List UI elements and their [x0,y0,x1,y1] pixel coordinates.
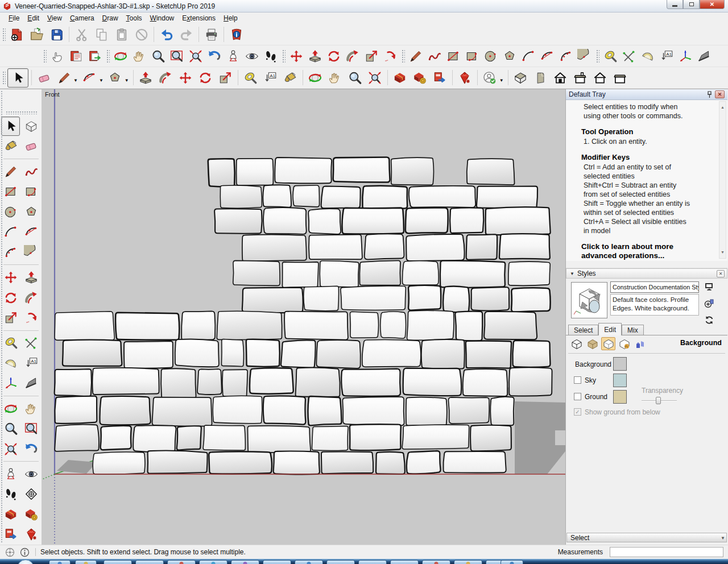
view-back-3d-button[interactable] [531,68,550,87]
toolbar-drag-handle[interactable] [2,27,6,42]
push-pull-button[interactable] [22,268,40,287]
toolbar-drag-handle[interactable] [106,49,110,64]
modeling-settings-icon[interactable] [633,337,647,350]
secondary-pane-icon[interactable] [704,282,714,292]
pan-button[interactable] [22,399,40,418]
credits-info-icon[interactable] [20,548,30,557]
zoom-extents-button[interactable] [1,439,20,459]
close-button[interactable]: ✕ [700,0,725,9]
zoom-window-button[interactable] [22,419,40,438]
redo-button[interactable] [177,25,196,44]
toolbar-drag-handle[interactable] [595,49,599,64]
watermark-settings-icon[interactable] [617,337,631,350]
dc-attributes-button[interactable] [85,47,104,65]
orbit-button[interactable] [111,47,130,65]
taskbar-button[interactable] [104,560,132,564]
look-around-button[interactable] [242,47,261,65]
sky-swatch[interactable] [613,374,627,387]
arc-button[interactable] [519,47,537,65]
extension-warehouse-button[interactable] [22,505,40,524]
taskbar-button[interactable] [263,560,291,564]
rotated-rectangle-button[interactable] [22,182,40,201]
copy-button[interactable] [92,25,111,44]
axes-button[interactable] [676,47,694,65]
walk-button[interactable] [1,484,20,504]
freehand-button[interactable] [22,162,40,181]
freehand-button[interactable] [425,47,444,65]
two-point-arc-button[interactable] [80,68,99,87]
styles-close-icon[interactable]: ✕ [717,270,725,277]
paint-bucket-button[interactable] [281,68,300,87]
share-model-button[interactable] [1,525,20,544]
menu-camera[interactable]: Camera [66,13,98,24]
dropdown-arrow-icon[interactable]: ▼ [73,78,78,83]
pan-button[interactable] [130,47,148,65]
protractor-button[interactable] [1,354,20,373]
3d-warehouse-button[interactable] [391,68,410,87]
position-camera-button[interactable] [1,465,20,484]
measurements-input[interactable] [610,547,723,557]
zoom-button[interactable] [346,68,365,87]
restore-button[interactable] [683,0,700,9]
eraser-button[interactable] [22,136,40,156]
line-button[interactable] [1,162,20,181]
select-section-header[interactable]: Select [566,533,727,542]
scale-button[interactable] [1,308,20,327]
model-info-button[interactable] [227,25,246,44]
follow-me-button[interactable] [156,68,175,87]
taskbar-button[interactable] [422,560,450,564]
collapse-icon[interactable]: ▼ [570,271,574,276]
background-settings-icon[interactable] [601,337,615,350]
two-point-arc-button[interactable] [22,222,40,242]
zoom-extents-button[interactable] [186,47,205,65]
dropdown-arrow-icon[interactable]: ▼ [99,78,104,83]
eraser-button[interactable] [35,68,53,87]
save-file-button[interactable] [47,25,66,44]
user-account-button[interactable] [481,68,499,87]
view-iso-button[interactable] [511,68,530,87]
taskbar-button[interactable] [390,560,419,564]
look-around-button[interactable] [22,465,40,484]
view-side-button[interactable] [611,68,630,87]
print-button[interactable] [202,25,221,44]
offset-button[interactable] [22,308,40,327]
rotated-rectangle-button[interactable] [462,47,481,65]
axes-button[interactable] [1,374,20,393]
instructor-scrollbar[interactable]: ▲ ▼ [719,101,726,259]
toolbar-drag-handle[interactable] [43,49,47,64]
menu-draw[interactable]: Draw [98,13,122,24]
extension-manager-button[interactable] [22,525,40,544]
zoom-extents-button[interactable] [366,68,384,87]
line-button[interactable] [406,47,425,65]
3d-warehouse-button[interactable] [1,505,20,524]
zoom-button[interactable] [1,419,20,438]
taskbar-button[interactable] [75,560,97,564]
make-component-button[interactable] [22,117,40,136]
undo-button[interactable] [157,25,176,44]
rotate-button[interactable] [196,68,215,87]
pie-button[interactable] [22,243,40,262]
view-top-button[interactable] [571,68,590,87]
zoom-window-button[interactable] [167,47,186,65]
menu-file[interactable]: File [5,13,23,24]
windows-taskbar[interactable] [0,559,728,564]
toolbar-drag-handle[interactable] [5,110,37,114]
toolbar-drag-handle[interactable] [401,49,405,64]
two-point-arc-button[interactable] [537,47,556,65]
push-pull-button[interactable] [136,68,155,87]
menu-tools[interactable]: Tools [122,13,146,24]
dc-options-button[interactable] [67,47,85,65]
ground-swatch[interactable] [613,390,627,404]
move-button[interactable] [1,268,20,287]
text-button[interactable]: A1 [22,354,40,373]
styles-panel-header[interactable]: ▼ Styles ✕ [566,268,727,279]
menu-window[interactable]: Window [146,13,179,24]
toolbar-drag-handle[interactable] [282,49,286,64]
pin-icon[interactable] [706,91,713,98]
edge-settings-icon[interactable] [569,337,584,350]
taskbar-button[interactable] [135,560,164,564]
section-plane-button[interactable] [694,47,713,65]
update-style-icon[interactable] [704,315,714,325]
tab-select[interactable]: Select [568,325,598,335]
style-name-field[interactable]: Construction Documentation Sty [610,281,699,293]
